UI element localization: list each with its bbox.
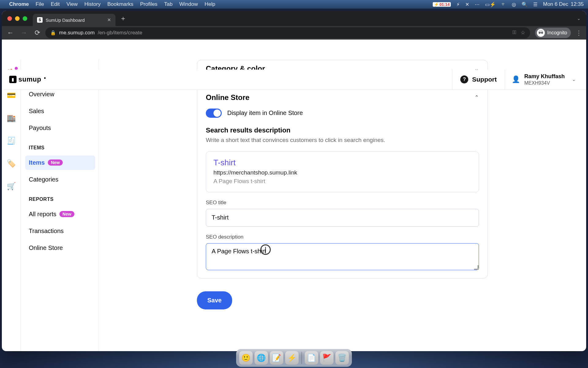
mac-menu-file[interactable]: File bbox=[36, 1, 44, 7]
app-header: ▮ sumup ? Support 👤 Ramy Khuffash MEXH93… bbox=[4, 70, 586, 90]
search-results-heading: Search results description bbox=[206, 126, 479, 134]
user-menu[interactable]: 👤 Ramy Khuffash MEXH934V ⌄ bbox=[505, 70, 582, 90]
incognito-icon: 🕶 bbox=[537, 29, 545, 37]
status-icon-tools[interactable]: ✕ bbox=[465, 2, 469, 7]
avatar-icon: 👤 bbox=[512, 75, 520, 83]
sumup-logo-icon: ▮ bbox=[9, 76, 17, 83]
control-center-icon[interactable]: ☰ bbox=[533, 2, 537, 7]
mac-dock[interactable]: 🙂 🌐 📝 ⚡ 📄 🚩 🗑️ bbox=[236, 349, 352, 367]
sidebar-item-categories[interactable]: Categories bbox=[25, 172, 95, 187]
rail-wallet-icon[interactable]: 💳 bbox=[7, 91, 16, 100]
menu-clock[interactable]: Mon 6 Dec12:35 bbox=[543, 1, 584, 7]
new-badge: New bbox=[48, 159, 63, 166]
preview-description: A Page Flows t-shirt bbox=[213, 178, 471, 185]
window-close-button[interactable] bbox=[7, 16, 12, 21]
preview-title: T-shirt bbox=[213, 158, 471, 167]
rail-doc-icon[interactable]: 🧾 bbox=[7, 136, 16, 145]
icon-rail: 🏠 💳 🏬 🧾 🏷️ 🛒 bbox=[2, 60, 21, 351]
dock-bolt-icon[interactable]: ⚡ bbox=[285, 351, 299, 365]
sidebar-item-transactions[interactable]: Transactions bbox=[25, 224, 95, 238]
dock-trash-icon[interactable]: 🗑️ bbox=[335, 351, 349, 365]
chevron-down-icon: ⌄ bbox=[572, 77, 576, 82]
new-tab-button[interactable]: ＋ bbox=[120, 14, 126, 23]
preview-url: https://merchantshop.sumup.link bbox=[213, 169, 471, 176]
dock-notes-icon[interactable]: 📝 bbox=[270, 351, 283, 365]
seo-title-input[interactable] bbox=[206, 209, 479, 227]
browser-tab[interactable]: S SumUp Dashboard ✕ bbox=[33, 14, 115, 26]
mac-menu-bookmarks[interactable]: Bookmarks bbox=[107, 1, 133, 7]
back-button[interactable]: ← bbox=[5, 27, 16, 38]
chrome-window: S SumUp Dashboard ✕ ＋ ⌄ ← → ⟳ 🔒 me.sumup… bbox=[2, 11, 586, 351]
dock-finder-icon[interactable]: 🙂 bbox=[239, 351, 253, 365]
url-path: /en-gb/items/create bbox=[98, 30, 142, 36]
chrome-menu-icon[interactable]: ⋮ bbox=[575, 29, 583, 36]
bookmark-star-icon[interactable]: ☆ bbox=[521, 29, 525, 36]
window-minimize-button[interactable] bbox=[15, 16, 20, 21]
display-item-toggle-label: Display item in Online Store bbox=[227, 109, 303, 117]
tabs-dropdown-icon[interactable]: ⌄ bbox=[577, 16, 581, 21]
sidebar-item-items[interactable]: Items New bbox=[25, 155, 95, 170]
support-link[interactable]: ? Support bbox=[452, 70, 504, 90]
mac-menu-window[interactable]: Window bbox=[179, 1, 198, 7]
sidebar-section-items: ITEMS bbox=[25, 138, 95, 153]
user-name: Ramy Khuffash bbox=[524, 73, 565, 80]
status-icon-bolt[interactable]: ⚡︎ bbox=[456, 2, 460, 7]
mac-menu-help[interactable]: Help bbox=[205, 1, 215, 7]
mac-menu-tab[interactable]: Tab bbox=[164, 1, 172, 7]
tab-title: SumUp Dashboard bbox=[46, 17, 85, 23]
reload-button[interactable]: ⟳ bbox=[32, 27, 43, 38]
lock-icon[interactable]: 🔒 bbox=[50, 30, 56, 36]
sumup-logo[interactable]: ▮ sumup bbox=[9, 75, 46, 84]
mac-menu-profiles[interactable]: Profiles bbox=[140, 1, 157, 7]
sidebar-item-all-reports[interactable]: All reports New bbox=[25, 207, 95, 221]
tab-favicon: S bbox=[37, 17, 43, 23]
rail-store-icon[interactable]: 🏬 bbox=[7, 114, 16, 122]
online-store-card: Online Store ⌃ Display item in Online St… bbox=[197, 86, 488, 278]
mac-menu-view[interactable]: View bbox=[66, 1, 78, 7]
online-store-card-title: Online Store bbox=[206, 93, 250, 102]
seo-description-textarea[interactable] bbox=[206, 243, 479, 270]
search-preview: T-shirt https://merchantshop.sumup.link … bbox=[206, 151, 479, 192]
new-badge: New bbox=[59, 211, 74, 217]
sidebar-section-reports: REPORTS bbox=[25, 189, 95, 205]
sumup-logo-dot bbox=[44, 77, 46, 79]
dock-chrome-icon[interactable]: 🌐 bbox=[254, 351, 268, 365]
seo-title-label: SEO title bbox=[206, 200, 479, 206]
mac-menu-bar[interactable]: Chrome File Edit View History Bookmarks … bbox=[0, 0, 588, 9]
address-bar[interactable]: 🔒 me.sumup.com/en-gb/items/create 👁̸ ☆ bbox=[45, 27, 530, 38]
sidebar: Home Overview Sales Payouts ITEMS Items … bbox=[21, 60, 99, 351]
rail-tag-icon[interactable]: 🏷️ bbox=[7, 159, 16, 168]
save-button[interactable]: Save bbox=[197, 291, 232, 309]
spotlight-icon[interactable]: 🔍 bbox=[522, 2, 528, 7]
rail-cart-icon[interactable]: 🛒 bbox=[7, 182, 16, 190]
dock-separator bbox=[301, 352, 302, 364]
window-zoom-button[interactable] bbox=[23, 16, 27, 21]
search-results-help: Write a short text that convinces custom… bbox=[206, 137, 479, 144]
main-content: Category & color ⌄ Online Store ⌃ Displa… bbox=[99, 60, 586, 351]
status-icon-circle[interactable]: ◎ bbox=[512, 2, 516, 7]
forward-button[interactable]: → bbox=[18, 27, 29, 38]
tracking-icon[interactable]: 👁̸ bbox=[513, 29, 516, 36]
seo-description-label: SEO description bbox=[206, 234, 479, 240]
battery-time-indicator[interactable]: ⚡01:14 bbox=[433, 2, 451, 7]
sidebar-item-payouts[interactable]: Payouts bbox=[25, 121, 95, 135]
toolbar: ← → ⟳ 🔒 me.sumup.com/en-gb/items/create … bbox=[2, 26, 586, 40]
dock-flag-icon[interactable]: 🚩 bbox=[320, 351, 334, 365]
dock-doc-icon[interactable]: 📄 bbox=[305, 351, 318, 365]
help-icon: ? bbox=[460, 75, 468, 83]
status-icon-battery[interactable]: ▭⚡ bbox=[485, 2, 496, 7]
mac-app-name[interactable]: Chrome bbox=[9, 1, 29, 7]
user-code: MEXH934V bbox=[524, 80, 565, 86]
sidebar-item-online-store[interactable]: Online Store bbox=[25, 241, 95, 255]
tab-close-icon[interactable]: ✕ bbox=[107, 17, 111, 23]
wifi-icon[interactable]: ᯤ bbox=[501, 2, 506, 7]
mac-menu-edit[interactable]: Edit bbox=[51, 1, 60, 7]
mac-menu-history[interactable]: History bbox=[84, 1, 100, 7]
status-icon-dots[interactable]: ⋯ bbox=[475, 2, 480, 7]
incognito-chip[interactable]: 🕶 Incognito bbox=[535, 28, 571, 38]
url-host: me.sumup.com bbox=[59, 30, 95, 36]
tab-strip: S SumUp Dashboard ✕ ＋ ⌄ bbox=[2, 11, 586, 26]
chevron-up-icon[interactable]: ⌃ bbox=[474, 94, 479, 101]
sidebar-item-sales[interactable]: Sales bbox=[25, 104, 95, 118]
display-item-toggle[interactable] bbox=[206, 109, 222, 118]
